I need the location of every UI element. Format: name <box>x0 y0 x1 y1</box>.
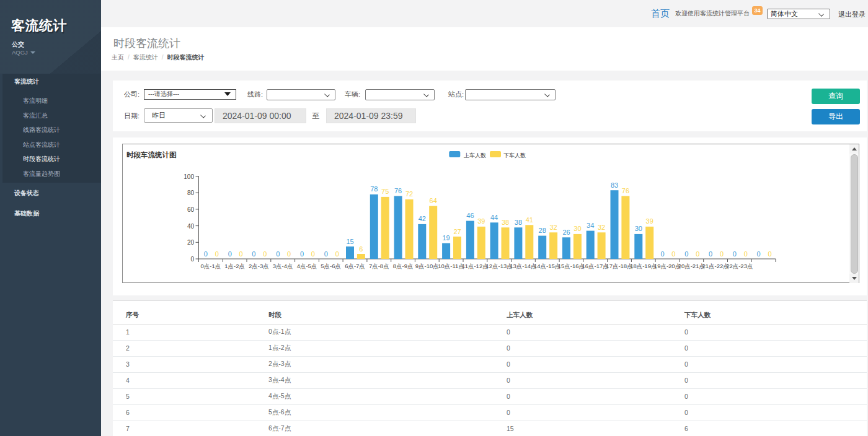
svg-text:39: 39 <box>477 217 485 225</box>
svg-text:78: 78 <box>370 185 378 193</box>
svg-text:38: 38 <box>502 219 509 226</box>
svg-text:42: 42 <box>418 215 426 222</box>
svg-text:6: 6 <box>359 245 363 253</box>
svg-text:0: 0 <box>684 250 688 258</box>
svg-text:32: 32 <box>549 224 557 231</box>
svg-text:11点-12点: 11点-12点 <box>462 263 489 269</box>
svg-text:22点-23点: 22点-23点 <box>726 263 753 269</box>
svg-text:0: 0 <box>335 250 339 258</box>
svg-text:0: 0 <box>300 250 304 258</box>
svg-text:39: 39 <box>646 217 653 225</box>
svg-text:2点-3点: 2点-3点 <box>249 263 269 269</box>
svg-text:13点-14点: 13点-14点 <box>510 263 536 269</box>
svg-text:0: 0 <box>660 250 664 258</box>
svg-text:20: 20 <box>187 239 195 246</box>
svg-text:0: 0 <box>324 250 328 258</box>
svg-text:26: 26 <box>562 229 570 236</box>
svg-text:34: 34 <box>587 222 594 229</box>
svg-text:7点-8点: 7点-8点 <box>369 263 389 269</box>
svg-text:0: 0 <box>757 250 761 258</box>
svg-text:0: 0 <box>215 250 219 258</box>
svg-text:0: 0 <box>671 250 675 258</box>
svg-text:0: 0 <box>190 256 194 263</box>
svg-text:4点-5点: 4点-5点 <box>297 263 317 269</box>
svg-text:1点-2点: 1点-2点 <box>224 263 245 269</box>
svg-text:12点-13点: 12点-13点 <box>485 263 512 269</box>
svg-text:46: 46 <box>466 212 474 219</box>
svg-text:0: 0 <box>252 250 255 258</box>
svg-text:6点-7点: 6点-7点 <box>345 263 365 269</box>
svg-text:0: 0 <box>720 250 724 258</box>
svg-text:0: 0 <box>228 250 232 258</box>
svg-text:0: 0 <box>733 250 737 258</box>
svg-text:0: 0 <box>239 250 243 258</box>
svg-text:0: 0 <box>263 250 267 258</box>
svg-text:64: 64 <box>430 197 437 204</box>
svg-text:10点-11点: 10点-11点 <box>438 263 464 269</box>
svg-text:0: 0 <box>311 250 315 258</box>
svg-text:18点-19点: 18点-19点 <box>630 263 657 269</box>
svg-text:38: 38 <box>515 219 522 226</box>
svg-text:上车人数: 上车人数 <box>464 152 486 159</box>
svg-text:0: 0 <box>287 250 291 258</box>
svg-text:80: 80 <box>187 190 195 196</box>
svg-text:15: 15 <box>346 238 353 245</box>
svg-text:60: 60 <box>187 206 195 213</box>
svg-text:28: 28 <box>539 227 546 234</box>
svg-text:30: 30 <box>635 225 642 232</box>
svg-text:17点-18点: 17点-18点 <box>606 263 632 269</box>
svg-text:32: 32 <box>598 224 605 231</box>
svg-text:0点-1点: 0点-1点 <box>201 263 221 269</box>
svg-text:21点-22点: 21点-22点 <box>702 263 728 269</box>
svg-text:75: 75 <box>381 188 389 195</box>
svg-text:0: 0 <box>696 250 699 258</box>
svg-text:0: 0 <box>744 250 748 258</box>
svg-text:20点-21点: 20点-21点 <box>678 263 705 269</box>
svg-text:3点-4点: 3点-4点 <box>273 263 293 269</box>
svg-text:0: 0 <box>709 250 712 258</box>
svg-text:27: 27 <box>453 228 461 235</box>
svg-text:76: 76 <box>394 187 402 194</box>
svg-text:100: 100 <box>184 173 194 180</box>
svg-text:9点-10点: 9点-10点 <box>415 263 439 269</box>
svg-text:30: 30 <box>574 225 581 232</box>
svg-text:0: 0 <box>204 250 208 258</box>
svg-text:15点-16点: 15点-16点 <box>558 263 585 269</box>
svg-text:16点-17点: 16点-17点 <box>582 263 609 269</box>
svg-text:44: 44 <box>490 214 498 221</box>
svg-text:76: 76 <box>622 187 629 194</box>
svg-text:19点-20点: 19点-20点 <box>654 263 681 269</box>
svg-text:19: 19 <box>442 234 450 242</box>
svg-text:41: 41 <box>526 216 533 224</box>
svg-text:40: 40 <box>187 223 195 230</box>
svg-text:0: 0 <box>768 250 771 258</box>
svg-text:下车人数: 下车人数 <box>503 152 526 159</box>
svg-text:72: 72 <box>405 190 413 198</box>
svg-text:83: 83 <box>611 181 618 189</box>
svg-text:5点-6点: 5点-6点 <box>321 263 341 269</box>
svg-text:0: 0 <box>276 250 280 258</box>
svg-text:14点-15点: 14点-15点 <box>534 263 560 269</box>
svg-text:8点-9点: 8点-9点 <box>393 263 414 269</box>
